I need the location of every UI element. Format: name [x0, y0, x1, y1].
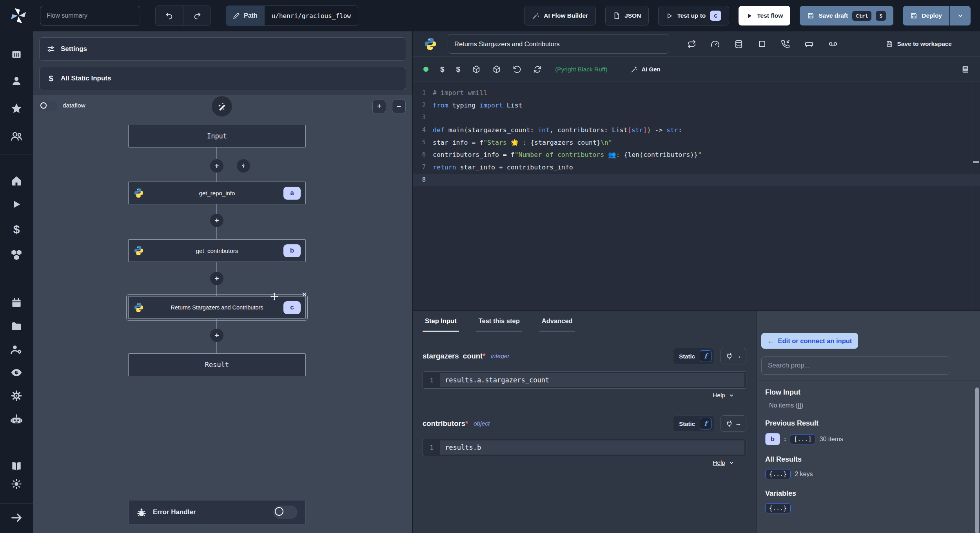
help-link[interactable]: Help [713, 459, 725, 466]
early-stop-square-icon[interactable] [758, 40, 766, 48]
concurrency-gauge-icon[interactable] [711, 40, 720, 49]
panel-scrollbar[interactable] [975, 387, 979, 533]
flow-node-step-c-selected[interactable]: Returns Stargazers and Contributors c [128, 296, 306, 319]
connect-input-button[interactable]: → [720, 415, 746, 432]
flow-node-step-a[interactable]: get_repo_info a [128, 182, 306, 204]
tab-test-this-step[interactable]: Test this step [476, 311, 522, 332]
favorites-star-icon[interactable] [10, 102, 23, 115]
code-line[interactable]: 4def main(stargazers_count: int, contrib… [413, 124, 980, 136]
test-up-to-button[interactable]: Test up to c [658, 6, 729, 25]
tab-step-input[interactable]: Step Input [423, 311, 459, 332]
code-line[interactable]: 1# import wmill [413, 87, 980, 99]
schedules-calendar-icon[interactable] [10, 296, 23, 309]
path-value[interactable]: u/henri/gracious_flow [265, 5, 358, 26]
audit-eye-icon[interactable] [10, 366, 23, 379]
add-step-button[interactable]: + [210, 329, 223, 342]
previous-result-key-badge[interactable]: b [765, 433, 780, 445]
add-step-button[interactable]: + [210, 159, 223, 173]
error-handler-node[interactable]: Error Handler [128, 500, 306, 524]
resource-picker-icon[interactable]: $ [456, 65, 461, 74]
flow-node-input[interactable]: Input [128, 125, 306, 147]
flow-summary-input[interactable] [40, 6, 140, 25]
redo-button[interactable] [183, 6, 211, 25]
error-handler-toggle[interactable] [273, 506, 298, 519]
move-node-handle[interactable] [270, 292, 279, 301]
save-draft-button[interactable]: Save draft CtrlS [800, 6, 893, 25]
sleep-bed-icon[interactable] [804, 39, 814, 49]
all-results-object-badge[interactable]: {...} [765, 469, 791, 479]
javascript-expr-icon[interactable]: f [700, 418, 711, 429]
deploy-button[interactable]: Deploy [903, 6, 949, 25]
path-chip[interactable]: Path u/henri/gracious_flow [226, 5, 358, 26]
save-to-workspace-button[interactable]: Save to workspace [886, 40, 952, 47]
lint-assistants-label[interactable]: (Pyright Black Ruff) [555, 66, 607, 73]
test-flow-button[interactable]: Test flow [739, 6, 790, 25]
undo-button[interactable] [156, 6, 183, 25]
code-line[interactable]: 5 star_info = f"Stars 🌟 : {stargazers_co… [413, 136, 980, 149]
json-button[interactable]: JSON [605, 6, 649, 25]
ai-wand-button[interactable] [211, 96, 232, 117]
expand-arrow-icon[interactable] [10, 511, 23, 524]
input-mode-toggle[interactable]: Static f [673, 415, 714, 432]
dataflow-toggle[interactable] [39, 101, 57, 111]
edit-or-connect-button[interactable]: ← Edit or connect an input [761, 333, 858, 349]
code-line[interactable]: 6 contributors_info = f"Number of contri… [413, 149, 980, 161]
code-line[interactable]: 2from typing import List [413, 99, 980, 112]
step-title-input[interactable] [448, 34, 669, 54]
ai-flow-builder-button[interactable]: AI Flow Builder [524, 6, 596, 25]
editor-scrollbar[interactable] [971, 82, 980, 310]
previous-result-array-badge[interactable]: [...] [790, 434, 815, 444]
suspend-phone-incoming-icon[interactable] [781, 40, 790, 49]
deploy-menu-button[interactable] [950, 6, 971, 25]
variable-picker-icon[interactable]: $ [440, 65, 445, 74]
zoom-out-button[interactable]: − [392, 100, 406, 113]
tab-advanced[interactable]: Advanced [539, 311, 575, 332]
trigger-button[interactable] [237, 159, 250, 173]
package-lock-icon[interactable] [492, 65, 501, 74]
package-icon[interactable] [472, 65, 481, 74]
add-step-button[interactable]: + [210, 272, 223, 285]
user-icon[interactable] [10, 75, 23, 88]
resources-boxes-icon[interactable] [10, 248, 23, 261]
delete-node-button[interactable]: × [302, 290, 307, 299]
library-book-icon[interactable] [961, 65, 970, 74]
code-line[interactable]: 7 return star_info + contributors_info [413, 161, 980, 174]
connect-input-button[interactable]: → [720, 348, 746, 364]
retries-repeat-icon[interactable] [687, 40, 696, 49]
history-icon[interactable] [513, 65, 521, 74]
code-line[interactable]: 3 [413, 111, 980, 124]
flow-node-step-b[interactable]: get_contributors b [128, 239, 306, 262]
variables-object-badge[interactable]: {...} [765, 503, 791, 513]
help-link[interactable]: Help [713, 392, 725, 399]
variables-dollar-icon[interactable]: $ [10, 223, 23, 236]
workspace-icon[interactable] [10, 48, 23, 61]
chevron-down-icon[interactable] [728, 460, 735, 466]
expr-input-stargazers[interactable]: 1 results.a.stargazers_count [423, 371, 746, 389]
code-line[interactable]: 8 [413, 174, 980, 186]
home-icon[interactable] [10, 174, 23, 187]
flow-node-result[interactable]: Result [128, 353, 306, 376]
javascript-expr-icon[interactable]: f [700, 350, 711, 362]
zoom-in-button[interactable]: + [372, 100, 386, 113]
code-editor[interactable]: 1# import wmill2from typing import List3… [413, 82, 980, 310]
groups-settings-icon[interactable] [10, 343, 23, 356]
cache-database-icon[interactable] [734, 40, 743, 49]
input-mode-toggle[interactable]: Static f [673, 348, 714, 364]
theme-sun-icon[interactable] [10, 477, 23, 491]
workers-robot-icon[interactable] [10, 413, 23, 426]
add-step-button[interactable]: + [210, 214, 223, 227]
settings-gear-icon[interactable] [10, 389, 23, 402]
flow-settings-button[interactable]: Settings [39, 37, 406, 61]
expr-input-contributors[interactable]: 1 results.b [423, 439, 746, 456]
chevron-down-icon[interactable] [728, 392, 735, 398]
ai-gen-button[interactable]: AI Gen [631, 66, 660, 73]
groups-icon[interactable] [10, 130, 23, 143]
runs-play-icon[interactable] [10, 198, 23, 211]
all-static-inputs-button[interactable]: $ All Static Inputs [39, 67, 406, 90]
folders-icon[interactable] [10, 320, 23, 333]
windmill-logo[interactable] [9, 7, 27, 25]
search-prop-input[interactable] [761, 357, 950, 375]
reload-icon[interactable] [533, 65, 542, 74]
mock-voicemail-icon[interactable] [828, 39, 838, 49]
docs-book-icon[interactable] [10, 460, 23, 473]
